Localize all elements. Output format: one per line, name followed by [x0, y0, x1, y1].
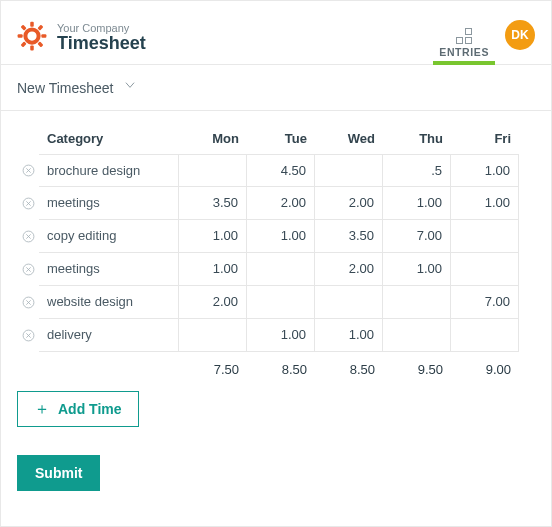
- cell-thu[interactable]: 1.00: [383, 187, 451, 220]
- svg-rect-4: [41, 34, 46, 38]
- table-row: website design2.007.00: [17, 286, 535, 319]
- close-circle-icon: [22, 263, 35, 276]
- submit-label: Submit: [35, 465, 82, 481]
- total-fri: 9.00: [451, 352, 519, 387]
- delete-row-button[interactable]: [17, 197, 39, 210]
- table-row: meetings1.002.001.00: [17, 253, 535, 286]
- nav-tab-label: ENTRIES: [439, 46, 489, 58]
- avatar[interactable]: DK: [505, 20, 535, 50]
- delete-row-button[interactable]: [17, 263, 39, 276]
- close-circle-icon: [22, 296, 35, 309]
- cell-fri[interactable]: 1.00: [451, 187, 519, 220]
- cell-wed[interactable]: [315, 286, 383, 319]
- cell-fri[interactable]: [451, 220, 519, 253]
- svg-rect-6: [21, 41, 27, 47]
- cell-wed[interactable]: [315, 154, 383, 187]
- page-title: Timesheet: [57, 34, 146, 54]
- table-row: meetings3.502.002.001.001.00: [17, 187, 535, 220]
- close-circle-icon: [22, 230, 35, 243]
- svg-rect-5: [37, 24, 43, 30]
- add-time-button[interactable]: ＋ Add Time: [17, 391, 139, 427]
- cell-thu[interactable]: [383, 286, 451, 319]
- delete-row-button[interactable]: [17, 296, 39, 309]
- cell-fri[interactable]: [451, 319, 519, 352]
- delete-row-button[interactable]: [17, 329, 39, 342]
- cell-fri[interactable]: 1.00: [451, 154, 519, 187]
- cell-category[interactable]: copy editing: [39, 220, 179, 253]
- delete-row-button[interactable]: [17, 230, 39, 243]
- col-tue: Tue: [247, 123, 315, 154]
- svg-rect-3: [18, 34, 23, 38]
- cell-thu[interactable]: 7.00: [383, 220, 451, 253]
- cell-category[interactable]: delivery: [39, 319, 179, 352]
- cell-category[interactable]: website design: [39, 286, 179, 319]
- cell-wed[interactable]: 2.00: [315, 187, 383, 220]
- cell-mon[interactable]: 1.00: [179, 220, 247, 253]
- cell-tue[interactable]: 1.00: [247, 220, 315, 253]
- col-thu: Thu: [383, 123, 451, 154]
- cell-mon[interactable]: [179, 319, 247, 352]
- close-circle-icon: [22, 164, 35, 177]
- cell-tue[interactable]: [247, 286, 315, 319]
- cell-wed[interactable]: 2.00: [315, 253, 383, 286]
- cell-mon[interactable]: [179, 154, 247, 187]
- svg-rect-2: [30, 45, 34, 50]
- cell-thu[interactable]: 1.00: [383, 253, 451, 286]
- svg-rect-7: [21, 24, 27, 30]
- timesheet-selector[interactable]: New Timesheet: [1, 65, 551, 111]
- logo-gear-icon: [17, 21, 47, 55]
- table-row: delivery1.001.00: [17, 319, 535, 352]
- cell-wed[interactable]: 1.00: [315, 319, 383, 352]
- col-mon: Mon: [179, 123, 247, 154]
- cell-fri[interactable]: 7.00: [451, 286, 519, 319]
- close-circle-icon: [22, 197, 35, 210]
- total-thu: 9.50: [383, 352, 451, 387]
- table-row: brochure design4.50.51.00: [17, 154, 535, 187]
- cell-mon[interactable]: 2.00: [179, 286, 247, 319]
- cell-tue[interactable]: 1.00: [247, 319, 315, 352]
- nav-tab-entries[interactable]: ENTRIES: [439, 11, 489, 64]
- cell-category[interactable]: meetings: [39, 187, 179, 220]
- cell-category[interactable]: meetings: [39, 253, 179, 286]
- add-time-label: Add Time: [58, 401, 122, 417]
- cell-category[interactable]: brochure design: [39, 154, 179, 187]
- timesheet-selector-label: New Timesheet: [17, 80, 113, 96]
- company-label: Your Company: [57, 22, 146, 34]
- total-mon: 7.50: [179, 352, 247, 387]
- brand: Your Company Timesheet: [17, 21, 146, 55]
- cell-wed[interactable]: 3.50: [315, 220, 383, 253]
- submit-button[interactable]: Submit: [17, 455, 100, 491]
- col-wed: Wed: [315, 123, 383, 154]
- total-tue: 8.50: [247, 352, 315, 387]
- table-totals: 7.50 8.50 8.50 9.50 9.00: [17, 352, 535, 387]
- cell-thu[interactable]: [383, 319, 451, 352]
- table-row: copy editing1.001.003.507.00: [17, 220, 535, 253]
- plus-icon: ＋: [34, 401, 50, 417]
- svg-rect-8: [37, 41, 43, 47]
- table-header: Category Mon Tue Wed Thu Fri: [17, 123, 535, 154]
- col-fri: Fri: [451, 123, 519, 154]
- cell-tue[interactable]: 2.00: [247, 187, 315, 220]
- cell-tue[interactable]: 4.50: [247, 154, 315, 187]
- close-circle-icon: [22, 329, 35, 342]
- cell-tue[interactable]: [247, 253, 315, 286]
- delete-row-button[interactable]: [17, 164, 39, 177]
- timesheet-table: Category Mon Tue Wed Thu Fri brochure de…: [17, 123, 535, 387]
- svg-rect-1: [30, 21, 34, 26]
- cell-mon[interactable]: 3.50: [179, 187, 247, 220]
- total-wed: 8.50: [315, 352, 383, 387]
- cell-thu[interactable]: .5: [383, 154, 451, 187]
- svg-point-9: [28, 32, 36, 40]
- col-category: Category: [39, 123, 179, 154]
- grid-icon: [456, 28, 472, 44]
- cell-mon[interactable]: 1.00: [179, 253, 247, 286]
- cell-fri[interactable]: [451, 253, 519, 286]
- chevron-down-icon: [123, 78, 137, 95]
- app-header: Your Company Timesheet ENTRIES DK: [1, 1, 551, 65]
